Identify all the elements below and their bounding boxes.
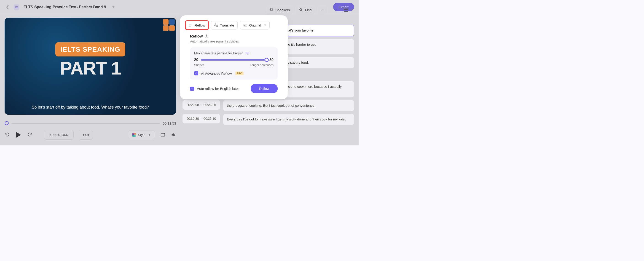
app-logo: w xyxy=(14,4,19,10)
subtitle-text[interactable]: the process of cooking. But I just cook … xyxy=(223,100,354,111)
subtitle-time[interactable]: 00:23.98 - 00:28.26 xyxy=(182,100,220,110)
ai-reflow-label: AI Advanced Reflow xyxy=(201,71,232,75)
page-title: IELTS Speaking Practice Test- Perfect Ba… xyxy=(22,5,106,9)
rewind-icon xyxy=(5,132,10,137)
reflow-tab-label: Reflow xyxy=(194,23,205,27)
style-icon xyxy=(132,133,136,137)
pro-badge: PRO xyxy=(235,71,244,75)
current-time-display[interactable]: 00:00:01.007 xyxy=(44,130,74,140)
svg-point-2 xyxy=(300,8,302,10)
video-badge: IELTS SPEAKING xyxy=(55,42,125,56)
play-icon xyxy=(16,131,22,138)
subtitle-time[interactable]: 00:30.30 - 00:35.10 xyxy=(182,114,220,123)
back-button[interactable] xyxy=(4,4,10,10)
original-dropdown[interactable]: Original ▼ xyxy=(240,21,270,29)
max-chars-label: Max characters per line for English 80 xyxy=(194,51,274,55)
forward-button[interactable] xyxy=(27,132,32,138)
reflow-tab[interactable]: Reflow xyxy=(186,21,208,29)
slider-max-label: Longer sentences xyxy=(250,63,274,67)
search-icon xyxy=(299,8,303,12)
original-label: Original xyxy=(249,23,261,27)
video-subtitle-overlay: So let's start off by talking about food… xyxy=(4,105,176,110)
chevron-down-icon: ▼ xyxy=(351,8,353,11)
translate-tab-label: Translate xyxy=(220,23,234,27)
play-button[interactable] xyxy=(15,131,22,138)
svg-rect-1 xyxy=(270,8,272,10)
slider-min: 20 xyxy=(194,58,198,62)
help-icon[interactable]: ? xyxy=(205,34,208,38)
popover-title: Reflow xyxy=(190,34,203,39)
caption-icon xyxy=(243,23,248,27)
subtitle-text[interactable]: Every day I've got to make sure I get my… xyxy=(223,114,354,125)
toolbar-right-group: Speakers Find ··· ▼ xyxy=(266,5,353,14)
ai-reflow-checkbox[interactable]: ✓ xyxy=(194,71,198,75)
player-controls: 00:00:01.007 1.0x Style ▼ xyxy=(4,130,176,140)
rewind-button[interactable] xyxy=(4,132,10,138)
speakers-label: Speakers xyxy=(275,8,290,12)
video-preview[interactable]: IELTS SPEAKING PART 1 So let's start off… xyxy=(4,18,176,115)
find-label: Find xyxy=(305,8,312,12)
more-icon: ··· xyxy=(320,8,325,12)
layout-icon xyxy=(344,8,348,12)
chevron-down-icon: ▼ xyxy=(148,133,151,136)
ai-reflow-row: ✓ AI Advanced Reflow PRO xyxy=(194,71,274,75)
volume-icon xyxy=(171,132,176,137)
more-button[interactable]: ··· xyxy=(318,6,328,14)
slider-track[interactable] xyxy=(201,59,267,60)
reflow-settings-card: Max characters per line for English 80 2… xyxy=(190,47,278,79)
svg-rect-0 xyxy=(161,133,165,136)
max-chars-value: 80 xyxy=(246,51,249,55)
video-panel: IELTS SPEAKING PART 1 So let's start off… xyxy=(0,14,181,145)
seek-track[interactable] xyxy=(12,123,160,124)
svg-rect-4 xyxy=(244,24,247,26)
find-button[interactable]: Find xyxy=(296,5,315,14)
translate-tab[interactable]: Translate xyxy=(211,21,238,29)
auto-reflow-label: Auto reflow for English later xyxy=(197,87,239,90)
auto-reflow-checkbox[interactable]: ✓ xyxy=(190,87,194,91)
fullscreen-icon xyxy=(160,132,165,137)
total-time: 00:11:53 xyxy=(163,121,176,125)
slider-min-label: Shorter xyxy=(194,63,204,67)
subtitle-row: 00:23.98 - 00:28.26 the process of cooki… xyxy=(182,100,354,111)
reflow-popover: Reflow Translate Original ▼ Reflow ? Aut… xyxy=(182,17,286,97)
chevron-down-icon: ▼ xyxy=(264,24,266,26)
translate-icon xyxy=(214,23,218,27)
volume-button[interactable] xyxy=(170,132,176,138)
add-tab-button[interactable]: + xyxy=(111,4,116,10)
reflow-apply-button[interactable]: Reflow xyxy=(251,84,278,93)
speakers-button[interactable]: Speakers xyxy=(266,5,293,14)
playback-speed[interactable]: 1.0x xyxy=(79,130,93,140)
style-button-label: Style xyxy=(138,133,146,137)
speakers-icon xyxy=(270,8,274,12)
slider-max: 80 xyxy=(270,58,274,62)
subtitle-row: 00:30.30 - 00:35.10 Every day I've got t… xyxy=(182,114,354,125)
seek-bar[interactable]: 00:11:53 xyxy=(4,121,176,125)
style-button[interactable]: Style ▼ xyxy=(128,130,155,139)
slider-handle[interactable] xyxy=(264,58,269,62)
svg-rect-3 xyxy=(344,8,348,11)
fullscreen-button[interactable] xyxy=(160,132,166,138)
chars-slider[interactable]: 20 80 xyxy=(194,58,274,62)
video-part-label: PART 1 xyxy=(60,58,121,79)
seek-handle[interactable] xyxy=(4,121,9,125)
view-toggle[interactable]: ▼ xyxy=(344,8,353,12)
chevron-left-icon xyxy=(6,5,9,9)
reflow-icon xyxy=(189,23,193,27)
forward-icon xyxy=(27,132,32,137)
popover-subtitle: Automatically re-segment subtitles xyxy=(186,39,282,47)
